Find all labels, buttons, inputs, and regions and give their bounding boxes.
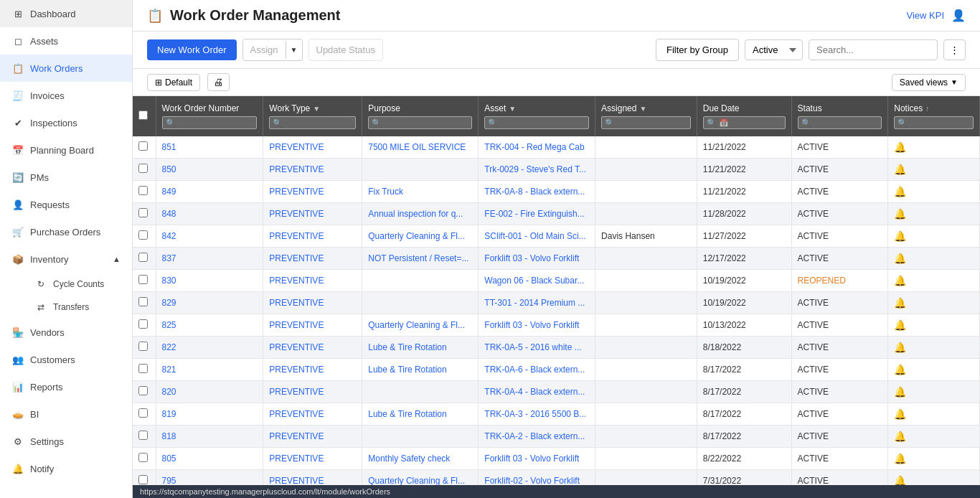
- row-purpose[interactable]: [362, 159, 479, 181]
- row-checkbox[interactable]: [138, 431, 148, 440]
- sidebar-item-requests[interactable]: 👤 Requests: [0, 191, 132, 218]
- row-asset[interactable]: Forklift 03 - Volvo Forklift: [479, 248, 595, 270]
- purpose-filter[interactable]: [368, 116, 472, 129]
- col-checkbox[interactable]: [133, 96, 156, 136]
- sidebar-item-pms[interactable]: 🔄 PMs: [0, 164, 132, 191]
- row-work-order-number[interactable]: 830: [156, 270, 263, 292]
- row-checkbox[interactable]: [138, 386, 148, 395]
- notice-bell-icon[interactable]: 🔔: [894, 230, 906, 242]
- row-checkbox[interactable]: [138, 208, 148, 217]
- row-checkbox[interactable]: [138, 342, 148, 351]
- row-notices[interactable]: 🔔: [888, 448, 980, 470]
- update-status-button[interactable]: Update Status: [308, 39, 383, 61]
- sidebar-item-inventory[interactable]: 📦 Inventory ▲: [0, 245, 132, 273]
- status-filter-select[interactable]: Active All Closed Draft: [745, 39, 803, 60]
- row-checkbox[interactable]: [138, 186, 148, 195]
- notices-sort-icon[interactable]: ↑: [925, 105, 929, 113]
- row-purpose[interactable]: Lube & Tire Rotation: [362, 359, 479, 381]
- row-notices[interactable]: 🔔: [888, 203, 980, 225]
- row-asset[interactable]: TT-301 - 2014 Premium ...: [479, 292, 595, 314]
- row-purpose[interactable]: Quarterly Cleaning & Fl...: [362, 314, 479, 337]
- notice-bell-icon[interactable]: 🔔: [894, 164, 906, 175]
- select-all-checkbox[interactable]: [138, 111, 148, 120]
- row-checkbox[interactable]: [138, 230, 148, 240]
- row-checkbox-cell[interactable]: [133, 314, 156, 337]
- row-asset[interactable]: Forklift 03 - Volvo Forklift: [479, 314, 595, 337]
- sidebar-item-work-orders[interactable]: 📋 Work Orders: [0, 55, 132, 82]
- notice-bell-icon[interactable]: 🔔: [894, 141, 906, 153]
- table-row[interactable]: 850 PREVENTIVE Trk-0029 - Steve's Red T.…: [133, 159, 980, 181]
- row-checkbox-cell[interactable]: [133, 270, 156, 292]
- row-checkbox-cell[interactable]: [133, 359, 156, 381]
- row-checkbox-cell[interactable]: [133, 181, 156, 203]
- filter-by-group-button[interactable]: Filter by Group: [656, 39, 739, 61]
- notice-bell-icon[interactable]: 🔔: [894, 186, 906, 197]
- row-purpose[interactable]: Monthly Safety check: [362, 448, 479, 470]
- notices-filter[interactable]: [894, 116, 974, 129]
- view-kpi-link[interactable]: View KPI: [906, 10, 944, 21]
- row-purpose[interactable]: [362, 381, 479, 403]
- sidebar-item-purchase-orders[interactable]: 🛒 Purchase Orders: [0, 218, 132, 245]
- row-checkbox[interactable]: [138, 364, 148, 373]
- sidebar-item-notify[interactable]: 🔔 Notify: [0, 455, 132, 482]
- saved-views-button[interactable]: Saved views ▼: [892, 74, 966, 91]
- table-row[interactable]: 842 PREVENTIVE Quarterly Cleaning & Fl..…: [133, 225, 980, 248]
- table-row[interactable]: 822 PREVENTIVE Lube & Tire Rotation TRK-…: [133, 337, 980, 359]
- table-row[interactable]: 795 PREVENTIVE Quarterly Cleaning & Fl..…: [133, 470, 980, 486]
- row-notices[interactable]: 🔔: [888, 426, 980, 448]
- row-notices[interactable]: 🔔: [888, 159, 980, 181]
- row-checkbox[interactable]: [138, 253, 148, 262]
- row-checkbox[interactable]: [138, 408, 148, 418]
- row-notices[interactable]: 🔔: [888, 381, 980, 403]
- row-asset[interactable]: Wagon 06 - Black Subar...: [479, 270, 595, 292]
- row-purpose[interactable]: [362, 270, 479, 292]
- asset-filter[interactable]: [484, 116, 589, 129]
- table-row[interactable]: 851 PREVENTIVE 7500 MILE OIL SERVICE TRK…: [133, 136, 980, 159]
- row-checkbox-cell[interactable]: [133, 381, 156, 403]
- col-status[interactable]: Status: [791, 96, 888, 136]
- default-view-button[interactable]: ⊞ Default: [147, 74, 200, 91]
- row-asset[interactable]: FE-002 - Fire Extinguish...: [479, 203, 595, 225]
- row-checkbox-cell[interactable]: [133, 470, 156, 486]
- row-asset[interactable]: Forklift 03 - Volvo Forklift: [479, 448, 595, 470]
- row-purpose[interactable]: Lube & Tire Rotation: [362, 337, 479, 359]
- row-asset[interactable]: TRK-0A-8 - Black extern...: [479, 181, 595, 203]
- table-row[interactable]: 818 PREVENTIVE TRK-0A-2 - Black extern..…: [133, 426, 980, 448]
- col-work-type[interactable]: Work Type ▼: [263, 96, 362, 136]
- row-notices[interactable]: 🔔: [888, 292, 980, 314]
- row-asset[interactable]: TRK-004 - Red Mega Cab: [479, 136, 595, 159]
- row-checkbox-cell[interactable]: [133, 426, 156, 448]
- row-checkbox[interactable]: [138, 275, 148, 284]
- row-asset[interactable]: SClift-001 - Old Main Sci...: [479, 225, 595, 248]
- sidebar-item-planning-board[interactable]: 📅 Planning Board: [0, 136, 132, 164]
- table-row[interactable]: 825 PREVENTIVE Quarterly Cleaning & Fl..…: [133, 314, 980, 337]
- row-work-order-number[interactable]: 819: [156, 403, 263, 426]
- asset-filter-icon[interactable]: ▼: [509, 105, 516, 113]
- row-checkbox-cell[interactable]: [133, 403, 156, 426]
- sidebar-item-dashboard[interactable]: ⊞ Dashboard: [0, 0, 132, 27]
- col-due-date[interactable]: Due Date: [697, 96, 791, 136]
- row-checkbox-cell[interactable]: [133, 292, 156, 314]
- notice-bell-icon[interactable]: 🔔: [894, 342, 906, 353]
- row-checkbox-cell[interactable]: [133, 448, 156, 470]
- sidebar-item-customers[interactable]: 👥 Customers: [0, 346, 132, 373]
- row-notices[interactable]: 🔔: [888, 270, 980, 292]
- row-work-order-number[interactable]: 851: [156, 136, 263, 159]
- table-row[interactable]: 820 PREVENTIVE TRK-0A-4 - Black extern..…: [133, 381, 980, 403]
- row-asset[interactable]: TRK-0A-4 - Black extern...: [479, 381, 595, 403]
- row-checkbox[interactable]: [138, 297, 148, 306]
- user-avatar-icon[interactable]: 👤: [951, 9, 966, 22]
- row-notices[interactable]: 🔔: [888, 470, 980, 486]
- row-notices[interactable]: 🔔: [888, 136, 980, 159]
- due-date-filter[interactable]: [703, 116, 786, 129]
- row-asset[interactable]: TRK-0A-6 - Black extern...: [479, 359, 595, 381]
- notice-bell-icon[interactable]: 🔔: [894, 208, 906, 220]
- print-button[interactable]: 🖨: [207, 73, 230, 91]
- work-type-filter-icon[interactable]: ▼: [313, 105, 320, 113]
- assign-button[interactable]: Assign: [243, 39, 286, 60]
- row-work-order-number[interactable]: 805: [156, 448, 263, 470]
- row-notices[interactable]: 🔔: [888, 248, 980, 270]
- col-notices[interactable]: Notices ↑: [888, 96, 980, 136]
- row-asset[interactable]: TRK-0A-2 - Black extern...: [479, 426, 595, 448]
- sidebar-item-settings[interactable]: ⚙ Settings: [0, 428, 132, 455]
